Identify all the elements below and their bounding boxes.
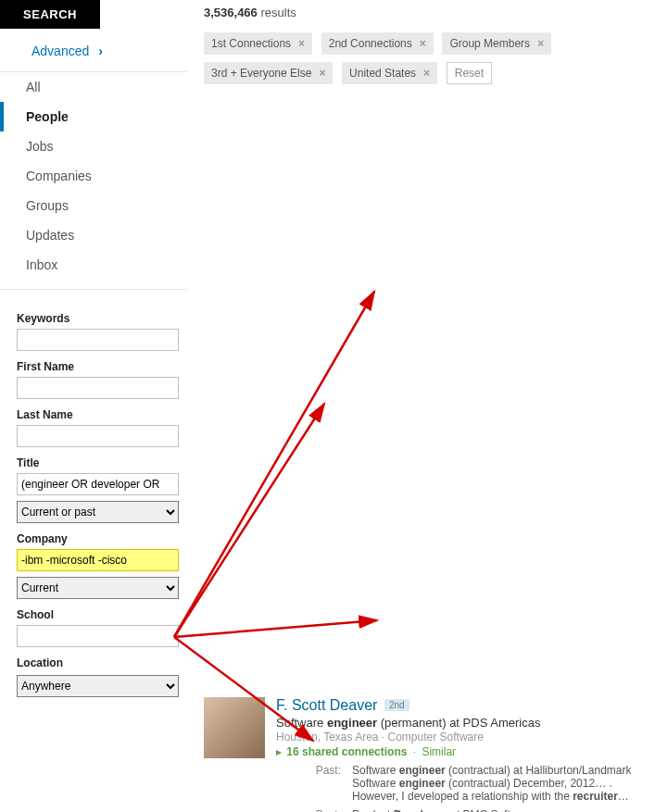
school-label: School xyxy=(17,608,170,621)
search-button[interactable]: SEARCH xyxy=(0,0,100,29)
close-icon[interactable]: × xyxy=(537,37,544,50)
nav-jobs[interactable]: Jobs xyxy=(0,131,187,161)
last-name-label: Last Name xyxy=(17,408,170,421)
chip-1st[interactable]: 1st Connections× xyxy=(204,32,312,55)
row-body: Software engineer (contractual) at Halli… xyxy=(352,764,655,803)
chip-us[interactable]: United States× xyxy=(342,62,437,84)
keywords-input[interactable] xyxy=(17,329,179,351)
location-select[interactable]: Anywhere xyxy=(17,675,179,697)
row-label: Past: xyxy=(276,764,346,777)
chevron-right-icon: › xyxy=(98,44,103,58)
nav-updates[interactable]: Updates xyxy=(0,220,187,250)
chip-3rd[interactable]: 3rd + Everyone Else× xyxy=(204,62,333,84)
title-label: Title xyxy=(17,456,170,469)
avatar[interactable] xyxy=(204,697,265,758)
nav-companies[interactable]: Companies xyxy=(0,161,187,191)
location-label: Location xyxy=(17,656,170,669)
row-label: Past: xyxy=(276,808,346,812)
company-label: Company xyxy=(17,532,170,545)
result-headline: Software engineer (permanent) at PDS Ame… xyxy=(276,716,655,730)
advanced-label: Advanced xyxy=(31,44,89,58)
degree-badge: 2nd xyxy=(384,699,409,711)
company-scope-select[interactable]: Current xyxy=(17,577,179,599)
close-icon[interactable]: × xyxy=(298,37,305,50)
reset-button[interactable]: Reset xyxy=(447,62,492,84)
first-name-label: First Name xyxy=(17,360,170,373)
close-icon[interactable]: × xyxy=(423,67,430,80)
first-name-input[interactable] xyxy=(17,377,179,399)
company-input[interactable] xyxy=(17,549,179,571)
keywords-label: Keywords xyxy=(17,312,170,325)
nav-all[interactable]: All xyxy=(0,72,187,102)
results-count: 3,536,466 results xyxy=(204,6,655,19)
close-icon[interactable]: × xyxy=(319,67,325,80)
last-name-input[interactable] xyxy=(17,425,179,447)
school-input[interactable] xyxy=(17,625,179,647)
chip-group[interactable]: Group Members× xyxy=(442,32,551,55)
chip-2nd[interactable]: 2nd Connections× xyxy=(321,32,434,55)
filter-panel: Keywords First Name Last Name Title Curr… xyxy=(0,289,187,697)
title-input[interactable] xyxy=(17,473,179,495)
row-body: Product Developer at BMC Software…experi… xyxy=(352,808,655,812)
triangle-icon: ▸ xyxy=(276,745,282,758)
left-nav: All People Jobs Companies Groups Updates… xyxy=(0,71,187,280)
close-icon[interactable]: × xyxy=(420,37,426,50)
search-result: F. Scott Deaver 2nd Software engineer (p… xyxy=(204,697,655,812)
result-name-link[interactable]: F. Scott Deaver xyxy=(276,697,377,713)
filter-chips: 1st Connections× 2nd Connections× Group … xyxy=(204,32,655,92)
result-meta: Houston, Texas Area · Computer Software xyxy=(276,731,655,743)
results-count-suffix: results xyxy=(260,6,296,19)
title-scope-select[interactable]: Current or past xyxy=(17,501,179,523)
nav-inbox[interactable]: Inbox xyxy=(0,250,187,280)
shared-connections[interactable]: ▸ 16 shared connections · Similar xyxy=(276,745,655,758)
nav-people[interactable]: People xyxy=(0,102,187,131)
nav-groups[interactable]: Groups xyxy=(0,191,187,220)
results-count-number: 3,536,466 xyxy=(204,6,258,19)
advanced-link[interactable]: Advanced › xyxy=(0,29,187,71)
